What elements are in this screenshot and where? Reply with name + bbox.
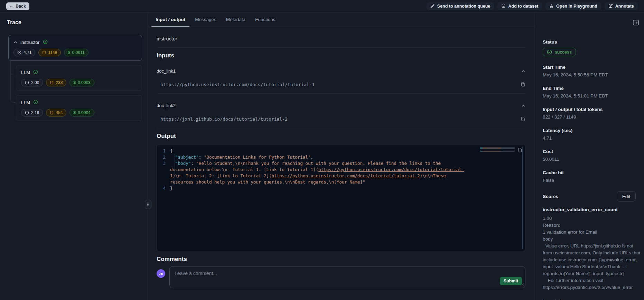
trace-node-llm-2[interactable]: LLM 2.19 454 <box>16 95 142 121</box>
line-number: 3 <box>159 160 170 185</box>
chevron-up-icon <box>521 69 525 73</box>
code-line: 1 { <box>159 148 525 154</box>
send-to-annotation-queue-label: Send to annotation queue <box>437 4 490 9</box>
latency-badge: 4.71 <box>13 49 35 56</box>
success-check-icon <box>43 39 48 45</box>
cost-badge: $ 0.0011 <box>64 49 88 56</box>
copy-value-button[interactable] <box>521 116 525 122</box>
tokens-value: 822 / 327 / 1149 <box>543 114 636 120</box>
tree-connector <box>10 58 16 103</box>
field-key: doc_link2 <box>157 103 176 108</box>
back-label: Back <box>16 4 26 9</box>
trace-node-llm-1[interactable]: LLM 2.00 233 <box>16 65 142 91</box>
collapse-field-button[interactable] <box>521 104 525 108</box>
trace-node-badges: 4.71 1149 $ 0.0011 <box>13 49 137 56</box>
chevron-up-icon[interactable] <box>13 40 17 44</box>
latency-badge: 2.00 <box>21 79 43 86</box>
cost-label: Cost <box>543 149 636 154</box>
field-value: https://jxnl.github.io/docs/tutorial/tut… <box>160 116 288 122</box>
collapse-panel-icon[interactable] <box>633 19 639 27</box>
tab-functions[interactable]: Functions <box>250 12 280 27</box>
trace-node-name: LLM <box>21 70 30 75</box>
tokens-database-icon <box>50 111 54 115</box>
tab-metadata[interactable]: Metadata <box>221 12 250 27</box>
code-line: 3 "body": "Hello Student,\n\nThank you f… <box>159 160 525 185</box>
tokens-badge: 454 <box>46 109 66 116</box>
inputs-heading: Inputs <box>157 52 525 59</box>
success-check-icon <box>547 49 552 55</box>
trace-sidebar: Trace instructor <box>0 12 148 300</box>
end-time-value: May 16, 2024, 5:51:01 PM EDT <box>543 93 636 99</box>
tokens-badge: 233 <box>46 79 66 86</box>
trace-node-name: LLM <box>21 100 30 105</box>
comment-box: Submit <box>169 266 525 288</box>
status-value: success <box>555 49 572 55</box>
latency-value: 4.71 <box>543 135 636 141</box>
success-check-icon <box>33 69 38 75</box>
collapse-field-button[interactable] <box>521 69 525 73</box>
content-row: Trace instructor <box>0 12 644 300</box>
end-time-label: End Time <box>543 86 636 91</box>
chevron-up-icon <box>521 104 525 108</box>
tab-messages[interactable]: Messages <box>190 12 221 27</box>
field-key: doc_link1 <box>157 68 176 74</box>
topbar-actions: Send to annotation queue Add to dataset … <box>427 2 638 10</box>
scores-header: Scores Edit <box>543 191 636 201</box>
open-in-playground-button[interactable]: Open in Playground <box>545 2 601 10</box>
run-detail-scroll: instructor Inputs doc_link1 https://pyth… <box>148 27 534 300</box>
cost-badge: $ 0.0003 <box>69 79 94 86</box>
indent-guide <box>175 154 175 185</box>
edit-scores-button[interactable]: Edit <box>617 191 636 201</box>
tokens-label: Input / output / total tokens <box>543 107 636 112</box>
divider <box>157 47 525 48</box>
panel-resize-grip[interactable] <box>145 200 151 209</box>
divider <box>157 93 525 94</box>
tokens-database-icon <box>42 50 46 55</box>
success-check-icon <box>33 100 38 105</box>
line-number: 4 <box>159 185 170 191</box>
tokens-badge: 1149 <box>38 49 61 56</box>
trace-node-badges: 2.00 233 $ 0.0003 <box>21 79 137 86</box>
submit-comment-button[interactable]: Submit <box>500 277 522 285</box>
status-label: Status <box>543 39 636 45</box>
status-badge: success <box>543 48 576 56</box>
code-url-link: https://python.useinstructor.com/docs/tu… <box>272 173 420 178</box>
code-line: 2 "subject": "Documentation Links for Py… <box>159 154 525 160</box>
trace-node-instructor[interactable]: instructor 4.71 1149 <box>8 35 142 61</box>
score-name: instructor_validation_error_count <box>543 207 636 212</box>
latency-badge: 2.19 <box>21 109 43 116</box>
dollar-icon: $ <box>73 80 76 85</box>
dollar-icon: $ <box>68 50 70 55</box>
cost-value: $0.0011 <box>543 157 636 162</box>
cache-hit-label: Cache hit <box>543 170 636 175</box>
clock-icon <box>25 81 29 85</box>
resize-grip-icon[interactable] <box>521 281 524 287</box>
run-detail-main: Input / output Messages Metadata Functio… <box>148 12 534 300</box>
arrow-left-icon: ← <box>9 4 13 8</box>
back-button[interactable]: ← Back <box>6 2 29 10</box>
copy-output-button[interactable] <box>517 148 522 153</box>
copy-icon <box>521 116 525 122</box>
field-value-row: https://python.useinstructor.com/docs/tu… <box>157 82 525 87</box>
line-number: 2 <box>159 154 170 160</box>
tab-input-output[interactable]: Input / output <box>151 12 190 27</box>
run-title: instructor <box>157 36 525 41</box>
annotate-button[interactable]: Annotate <box>605 2 638 10</box>
clock-icon <box>17 50 21 55</box>
latency-label: Latency (sec) <box>543 128 636 133</box>
clock-icon <box>25 111 29 115</box>
divider <box>157 128 525 128</box>
scores-label: Scores <box>543 194 558 199</box>
code-scrollbar[interactable] <box>522 147 523 249</box>
send-to-annotation-queue-button[interactable]: Send to annotation queue <box>427 2 494 10</box>
input-field-doc-link1: doc_link1 <box>157 68 525 74</box>
copy-value-button[interactable] <box>521 82 525 87</box>
add-to-dataset-button[interactable]: Add to dataset <box>497 2 542 10</box>
flask-icon <box>549 3 554 9</box>
cache-hit-value: False <box>543 178 636 183</box>
line-number: 1 <box>159 148 170 154</box>
trace-node-name: instructor <box>20 40 40 45</box>
comment-input[interactable] <box>170 266 525 280</box>
trace-viewer-app: ← Back Send to annotation queue Add to d… <box>0 0 644 300</box>
add-to-dataset-label: Add to dataset <box>508 4 538 9</box>
